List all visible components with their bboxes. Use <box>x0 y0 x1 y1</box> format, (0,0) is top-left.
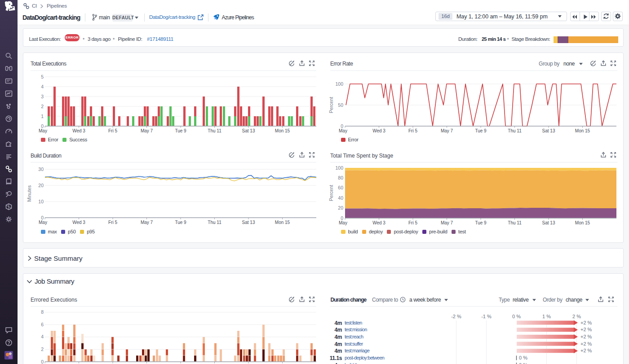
svg-text:-1 %: -1 % <box>481 314 492 319</box>
svg-text:Tue 9: Tue 9 <box>175 220 186 225</box>
svg-text:6: 6 <box>41 322 44 327</box>
svg-text:May 7: May 7 <box>441 128 453 133</box>
svg-text:0 %: 0 % <box>512 314 521 319</box>
svg-text:0: 0 <box>41 359 44 364</box>
svg-text:8: 8 <box>41 309 44 315</box>
svg-text:20: 20 <box>338 205 343 211</box>
svg-text:Percent: Percent <box>328 97 334 113</box>
svg-text:2: 2 <box>41 346 44 352</box>
svg-text:4: 4 <box>41 84 44 89</box>
svg-text:May 7: May 7 <box>141 220 153 225</box>
svg-text:Sat 13: Sat 13 <box>542 220 555 225</box>
svg-text:+2 %: +2 % <box>580 327 592 332</box>
svg-text:+2 %: +2 % <box>580 334 592 339</box>
svg-text:Wed 3: Wed 3 <box>72 220 85 225</box>
svg-text:May: May <box>39 220 47 225</box>
svg-text:Tue 9: Tue 9 <box>475 128 487 133</box>
svg-text:Fri 5: Fri 5 <box>408 220 417 225</box>
svg-text:2: 2 <box>41 104 44 109</box>
svg-text:Sat 13: Sat 13 <box>242 220 255 225</box>
svg-text:Fri 5: Fri 5 <box>108 128 117 133</box>
svg-text:2 %: 2 % <box>572 314 581 319</box>
svg-text:Wed 3: Wed 3 <box>372 128 385 133</box>
svg-text:Mon 15: Mon 15 <box>575 220 590 225</box>
svg-text:Fri 5: Fri 5 <box>408 128 417 133</box>
svg-text:0 %: 0 % <box>519 355 527 360</box>
svg-text:Mon 15: Mon 15 <box>275 128 290 133</box>
svg-text:30: 30 <box>38 167 44 172</box>
svg-text:May: May <box>339 128 347 133</box>
svg-text:80: 80 <box>338 175 343 180</box>
svg-text:May 7: May 7 <box>141 128 153 133</box>
svg-text:1: 1 <box>41 114 44 119</box>
svg-text:100: 100 <box>335 81 343 87</box>
svg-text:1 %: 1 % <box>542 314 551 319</box>
svg-text:Thu 11: Thu 11 <box>208 128 221 133</box>
svg-text:Tue 9: Tue 9 <box>175 128 186 133</box>
svg-text:5: 5 <box>41 74 44 79</box>
svg-text:+2 %: +2 % <box>580 341 592 346</box>
svg-text:Percent: Percent <box>328 185 334 201</box>
svg-text:Tue 9: Tue 9 <box>475 220 487 225</box>
svg-text:May: May <box>339 220 347 225</box>
svg-text:20: 20 <box>38 183 44 188</box>
svg-text:Thu 11: Thu 11 <box>508 128 522 133</box>
svg-text:Minutes: Minutes <box>27 185 32 202</box>
svg-text:Thu 11: Thu 11 <box>208 220 221 225</box>
svg-text:May 7: May 7 <box>441 220 453 225</box>
svg-text:Sat 13: Sat 13 <box>242 128 255 133</box>
svg-text:Fri 5: Fri 5 <box>108 220 117 225</box>
svg-text:10: 10 <box>38 199 44 204</box>
svg-text:Thu 11: Thu 11 <box>508 220 522 225</box>
svg-text:Wed 3: Wed 3 <box>72 128 85 133</box>
svg-text:40: 40 <box>338 195 343 201</box>
svg-text:3: 3 <box>41 94 44 99</box>
svg-text:May: May <box>39 128 47 133</box>
svg-text:100: 100 <box>335 165 343 171</box>
svg-text:+2 %: +2 % <box>580 348 592 353</box>
svg-text:-2 %: -2 % <box>451 314 461 319</box>
svg-text:50: 50 <box>338 102 343 108</box>
svg-text:+2 %: +2 % <box>580 320 592 325</box>
svg-text:Wed 3: Wed 3 <box>372 220 385 225</box>
svg-text:4: 4 <box>41 334 44 339</box>
svg-text:Mon 15: Mon 15 <box>275 220 290 225</box>
svg-text:Mon 15: Mon 15 <box>575 128 590 133</box>
svg-text:0 %: 0 % <box>519 362 527 364</box>
svg-text:Sat 13: Sat 13 <box>542 128 555 133</box>
svg-text:60: 60 <box>338 185 343 190</box>
